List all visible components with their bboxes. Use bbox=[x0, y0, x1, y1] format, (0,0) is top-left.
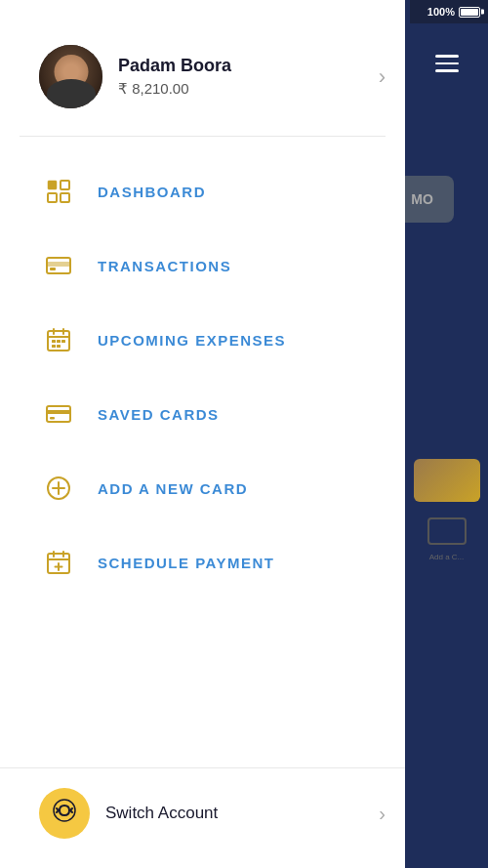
add-card-label: Add a C... bbox=[429, 553, 465, 562]
switch-account-icon bbox=[39, 788, 90, 839]
hamburger-line-1 bbox=[435, 55, 459, 58]
hamburger-line-2 bbox=[435, 62, 459, 65]
mo-badge-text: MO bbox=[411, 191, 433, 207]
bottom-section: Switch Account › bbox=[0, 767, 405, 868]
right-panel: 100% MO Add a C... bbox=[405, 0, 488, 868]
nav-label-saved-cards: SAVED CARDS bbox=[98, 406, 220, 423]
profile-chevron[interactable]: › bbox=[379, 64, 386, 90]
nav-item-schedule-payment[interactable]: SCHEDULE PAYMENT bbox=[0, 525, 405, 599]
profile-balance: ₹ 8,210.00 bbox=[118, 80, 379, 98]
battery-fill bbox=[461, 9, 478, 16]
main-container: Padam Boora ₹ 8,210.00 › DASHBOARD bbox=[0, 0, 488, 868]
nav-item-saved-cards[interactable]: SAVED CARDS bbox=[0, 377, 405, 451]
sidebar: Padam Boora ₹ 8,210.00 › DASHBOARD bbox=[0, 0, 405, 868]
avatar bbox=[39, 45, 102, 108]
nav-label-add-new-card: ADD A NEW CARD bbox=[98, 480, 248, 497]
top-divider bbox=[20, 136, 386, 137]
svg-rect-5 bbox=[47, 262, 70, 267]
battery-percentage: 100% bbox=[427, 6, 455, 18]
nav-item-upcoming-expenses[interactable]: UPCOMING EXPENSES bbox=[0, 303, 405, 377]
dashboard-icon bbox=[39, 172, 78, 211]
nav-label-dashboard: DASHBOARD bbox=[98, 184, 206, 200]
switch-account-symbol bbox=[52, 798, 77, 829]
card-preview-2 bbox=[427, 517, 467, 545]
nav-item-dashboard[interactable]: DASHBOARD bbox=[0, 154, 405, 228]
svg-rect-3 bbox=[61, 193, 69, 202]
nav-items: DASHBOARD TRANSACTIONS bbox=[0, 145, 405, 767]
saved-cards-icon bbox=[39, 394, 78, 434]
svg-point-28 bbox=[54, 800, 75, 821]
profile-info: Padam Boora ₹ 8,210.00 bbox=[118, 56, 379, 98]
upcoming-expenses-icon bbox=[39, 320, 78, 359]
svg-rect-2 bbox=[48, 193, 57, 202]
svg-rect-17 bbox=[47, 410, 70, 414]
nav-item-transactions[interactable]: TRANSACTIONS bbox=[0, 228, 405, 303]
svg-rect-15 bbox=[57, 345, 61, 348]
svg-rect-11 bbox=[52, 340, 56, 343]
card-preview-1 bbox=[414, 459, 480, 502]
schedule-payment-icon bbox=[39, 543, 78, 582]
svg-rect-6 bbox=[50, 268, 56, 270]
status-bar: 100% bbox=[410, 0, 488, 23]
card-preview-area: Add a C... bbox=[405, 449, 488, 868]
profile-section[interactable]: Padam Boora ₹ 8,210.00 › bbox=[0, 16, 405, 128]
nav-label-transactions: TRANSACTIONS bbox=[98, 258, 231, 274]
nav-label-schedule-payment: SCHEDULE PAYMENT bbox=[98, 555, 275, 571]
switch-account-chevron: › bbox=[379, 803, 386, 825]
hamburger-line-3 bbox=[435, 69, 459, 72]
transactions-icon bbox=[39, 246, 78, 285]
svg-rect-14 bbox=[52, 345, 56, 348]
hamburger-button[interactable] bbox=[423, 39, 471, 88]
switch-account-label: Switch Account bbox=[105, 804, 379, 823]
svg-rect-12 bbox=[57, 340, 61, 343]
add-new-card-icon bbox=[39, 469, 78, 508]
svg-rect-0 bbox=[48, 181, 57, 189]
svg-rect-1 bbox=[61, 181, 69, 189]
switch-account-button[interactable]: Switch Account › bbox=[39, 788, 386, 839]
svg-rect-13 bbox=[61, 340, 65, 343]
profile-name: Padam Boora bbox=[118, 56, 379, 76]
svg-rect-18 bbox=[50, 417, 55, 420]
nav-item-add-new-card[interactable]: ADD A NEW CARD bbox=[0, 451, 405, 525]
nav-label-upcoming-expenses: UPCOMING EXPENSES bbox=[98, 332, 286, 349]
battery-icon bbox=[459, 7, 480, 18]
